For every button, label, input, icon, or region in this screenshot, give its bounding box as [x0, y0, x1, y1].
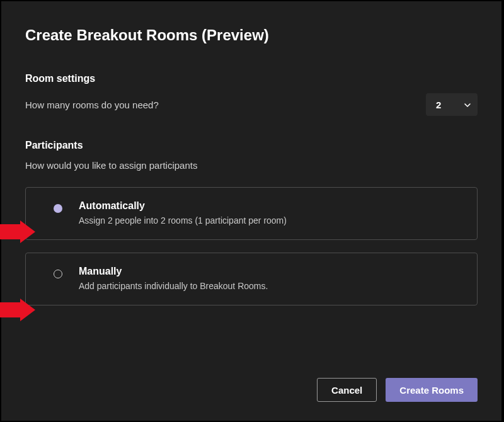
participants-question: How would you like to assign participant… [25, 160, 478, 171]
svg-marker-0 [0, 220, 35, 243]
annotation-arrow-icon [0, 220, 35, 243]
create-rooms-button[interactable]: Create Rooms [386, 378, 478, 402]
radio-automatically[interactable] [54, 204, 62, 213]
room-count-value: 2 [436, 100, 441, 110]
option-manually[interactable]: Manually Add participants individually t… [25, 253, 478, 305]
dialog-title: Create Breakout Rooms (Preview) [25, 26, 478, 44]
option-manually-title: Manually [79, 266, 464, 277]
radio-selected-icon [54, 204, 62, 213]
option-automatically-desc: Assign 2 people into 2 rooms (1 particip… [79, 215, 464, 225]
option-automatically[interactable]: Automatically Assign 2 people into 2 roo… [25, 187, 478, 240]
room-count-label: How many rooms do you need? [25, 100, 159, 110]
dialog-panel: Create Breakout Rooms (Preview) Room set… [1, 1, 501, 421]
svg-marker-1 [0, 299, 35, 321]
option-automatically-title: Automatically [79, 200, 464, 212]
annotation-arrow-icon [0, 299, 35, 321]
participants-heading: Participants [25, 140, 478, 151]
room-count-row: How many rooms do you need? 2 [25, 93, 478, 116]
cancel-button[interactable]: Cancel [317, 378, 377, 402]
dialog-footer: Cancel Create Rooms [317, 378, 478, 402]
radio-empty-icon [54, 270, 62, 278]
radio-manually[interactable] [54, 270, 62, 278]
room-settings-heading: Room settings [25, 73, 478, 84]
option-manually-desc: Add participants individually to Breakou… [79, 281, 464, 291]
chevron-down-icon [464, 101, 470, 108]
room-count-select[interactable]: 2 [426, 93, 478, 116]
